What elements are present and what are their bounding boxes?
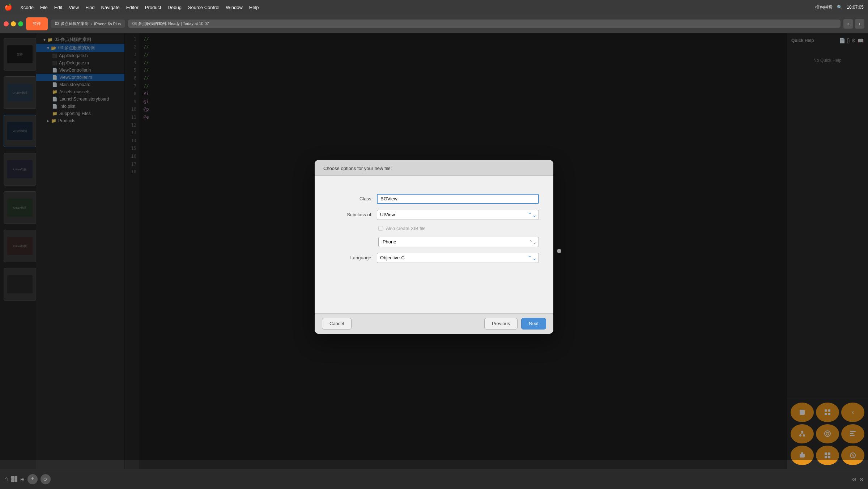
menu-source-control[interactable]: Source Control xyxy=(188,5,220,10)
scheme-selector[interactable]: 03-多点触摸的案例 › iPhone 6s Plus xyxy=(51,20,125,28)
window-controls xyxy=(4,21,23,26)
modal-header: Choose options for your new file: xyxy=(315,160,553,176)
bottom-toolbar: ⌂ ⊞ + ⟳ ⊙ ⊘ xyxy=(0,469,868,489)
class-input[interactable] xyxy=(377,194,539,204)
ime-indicator[interactable]: 搜狗拼音 xyxy=(815,4,833,10)
xib-checkbox-row: Also create XIB file xyxy=(378,226,539,231)
next-button[interactable]: Next xyxy=(521,318,546,329)
menu-file[interactable]: File xyxy=(40,5,48,10)
bottom-right-controls: ⊙ ⊘ xyxy=(852,476,864,482)
nav-forward-button[interactable]: › xyxy=(855,19,864,29)
bottom-icon-2[interactable]: ⊘ xyxy=(859,476,864,482)
menu-find[interactable]: Find xyxy=(85,5,94,10)
nav-back-button[interactable]: ‹ xyxy=(843,19,853,29)
menu-editor[interactable]: Editor xyxy=(126,5,139,10)
class-label: Class: xyxy=(329,196,373,201)
menu-view[interactable]: View xyxy=(69,5,79,10)
menubar-right: 搜狗拼音 🔍 10:07:05 xyxy=(815,4,864,10)
clock: 10:07:05 xyxy=(847,5,864,10)
new-file-dialog: Choose options for your new file: Class:… xyxy=(315,160,553,334)
menu-debug[interactable]: Debug xyxy=(168,5,182,10)
close-button[interactable] xyxy=(4,21,9,26)
status-display: 03-多点触摸的案例: Ready | Today at 10:07 xyxy=(128,20,841,28)
project-name: 03-多点触摸的案例 xyxy=(55,21,89,26)
xib-checkbox[interactable] xyxy=(378,226,383,231)
menubar: 🍎 Xcode File Edit View Find Navigate Edi… xyxy=(0,0,868,14)
menu-product[interactable]: Product xyxy=(145,5,161,10)
xib-checkbox-label: Also create XIB file xyxy=(386,226,426,231)
language-label: Language: xyxy=(329,255,373,260)
previous-button[interactable]: Previous xyxy=(484,318,518,329)
modal-title: Choose options for your new file: xyxy=(323,166,392,171)
menu-edit[interactable]: Edit xyxy=(54,5,62,10)
menu-navigate[interactable]: Navigate xyxy=(101,5,119,10)
search-icon[interactable]: 🔍 xyxy=(837,5,842,10)
bottom-icon-home[interactable]: ⌂ xyxy=(4,475,8,483)
menu-window[interactable]: Window xyxy=(226,5,243,10)
bottom-status[interactable]: ⟳ xyxy=(41,474,51,484)
subclass-label: Subclass of: xyxy=(329,212,373,217)
device-select[interactable]: iPhone xyxy=(378,237,539,247)
bottom-icon-panel[interactable]: ⊞ xyxy=(20,476,25,482)
modal-body: Class: Subclass of: UIView ⌃⌄ Also creat… xyxy=(315,176,553,313)
subclass-select[interactable]: UIView xyxy=(377,210,539,220)
cancel-button[interactable]: Cancel xyxy=(322,318,352,329)
minimize-button[interactable] xyxy=(11,21,16,26)
maximize-button[interactable] xyxy=(18,21,23,26)
menu-xcode[interactable]: Xcode xyxy=(20,5,34,10)
stop-button[interactable]: 暂停 xyxy=(26,17,48,30)
bottom-icon-grid[interactable] xyxy=(11,476,17,482)
language-select[interactable]: Objective-C xyxy=(377,253,539,263)
toolbar-right-buttons: ‹ › xyxy=(843,19,864,29)
menu-help[interactable]: Help xyxy=(249,5,259,10)
add-file-button[interactable]: + xyxy=(27,474,38,484)
bottom-icon-1[interactable]: ⊙ xyxy=(852,476,856,482)
apple-menu[interactable]: 🍎 xyxy=(4,3,12,11)
stop-label: 暂停 xyxy=(33,21,41,26)
subclass-row: Subclass of: UIView ⌃⌄ xyxy=(329,210,539,220)
language-row: Language: Objective-C ⌃⌄ xyxy=(329,253,539,263)
device-row: iPhone ⌃⌄ xyxy=(378,237,539,247)
main-toolbar: 暂停 03-多点触摸的案例 › iPhone 6s Plus 03-多点触摸的案… xyxy=(0,14,868,33)
device-selector: iPhone 6s Plus xyxy=(94,22,121,26)
class-row: Class: xyxy=(329,194,539,204)
modal-footer: Cancel Previous Next xyxy=(315,313,553,334)
modal-overlay: Choose options for your new file: Class:… xyxy=(0,33,868,460)
